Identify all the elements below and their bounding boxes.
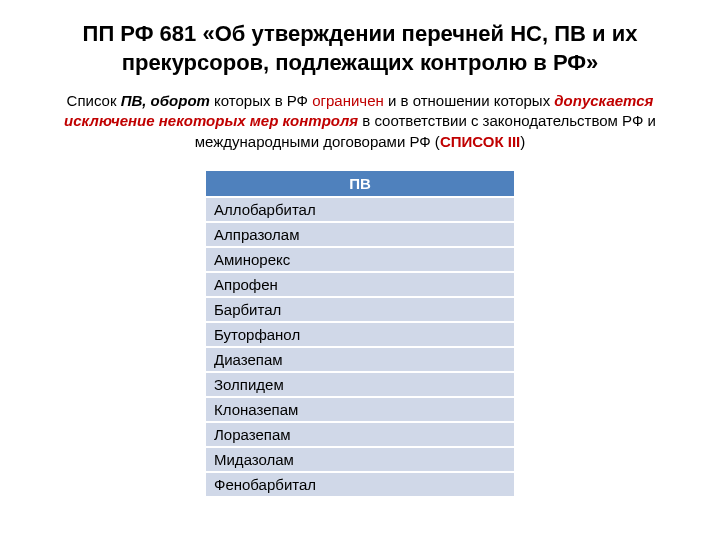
table-row: Аллобарбитал — [205, 197, 515, 222]
table-row: Лоразепам — [205, 422, 515, 447]
subtitle-part: СПИСОК III — [440, 133, 520, 150]
table-row: Аминорекс — [205, 247, 515, 272]
subtitle-part: которых в РФ — [210, 92, 312, 109]
table-row: Алпразолам — [205, 222, 515, 247]
subtitle: Список ПВ, оборот которых в РФ ограничен… — [40, 91, 680, 152]
subtitle-part: ПВ, оборот — [121, 92, 210, 109]
table: ПВ Аллобарбитал Алпразолам Аминорекс Апр… — [205, 170, 515, 497]
table-row: Золпидем — [205, 372, 515, 397]
subtitle-part: и в отношении которых — [384, 92, 555, 109]
subtitle-part: ограничен — [312, 92, 384, 109]
page-title: ПП РФ 681 «Об утверждении перечней НС, П… — [40, 20, 680, 77]
table-header: ПВ — [205, 170, 515, 197]
table-row: Буторфанол — [205, 322, 515, 347]
table-row: Клоназепам — [205, 397, 515, 422]
table-row: Диазепам — [205, 347, 515, 372]
subtitle-part: ) — [520, 133, 525, 150]
subtitle-part: Список — [67, 92, 121, 109]
table-row: Мидазолам — [205, 447, 515, 472]
table-row: Апрофен — [205, 272, 515, 297]
table-row: Барбитал — [205, 297, 515, 322]
table-row: Фенобарбитал — [205, 472, 515, 497]
